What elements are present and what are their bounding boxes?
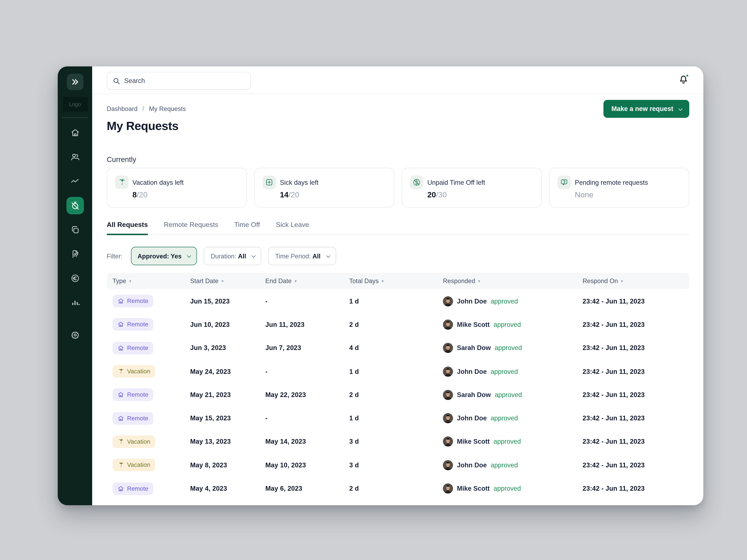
respond-on-cell: 23:42 - Jun 11, 2023 xyxy=(577,415,689,422)
responded-cell: John Doe approved xyxy=(437,366,577,376)
responder-name: Mike Scott xyxy=(457,485,490,492)
type-cell: Vacation xyxy=(107,435,184,448)
duration-filter-dropdown[interactable]: Duration: All xyxy=(204,247,262,265)
card-value: 14 xyxy=(280,190,289,199)
tab-sick-leave[interactable]: Sick Leave xyxy=(276,220,309,234)
end-date-cell: May 22, 2023 xyxy=(260,391,343,398)
type-cell: Vacation xyxy=(107,459,184,471)
end-date-cell: May 6, 2023 xyxy=(260,485,343,492)
time-period-filter-dropdown[interactable]: Time Period: All xyxy=(268,247,336,265)
type-badge: Remote xyxy=(112,342,153,354)
duration-filter-value: All xyxy=(238,252,246,260)
card-sick-days: Sick days left 14/20 xyxy=(254,168,394,208)
title-row: My Requests Make a new request xyxy=(107,119,689,133)
table-row[interactable]: Remote May 15, 2023 - 1 d John Doe appro… xyxy=(107,406,689,430)
avatar xyxy=(443,390,453,400)
sidebar-item-team[interactable] xyxy=(66,148,84,166)
total-days-cell: 2 d xyxy=(343,485,437,492)
chevron-down-icon xyxy=(187,254,191,258)
breadcrumb-my-requests[interactable]: My Requests xyxy=(149,105,186,112)
column-header-start-date[interactable]: Start Date▾ xyxy=(184,277,260,285)
content: Dashboard / My Requests My Requests Make… xyxy=(92,105,703,500)
sidebar-item-payroll[interactable] xyxy=(66,270,84,287)
approved-filter-dropdown[interactable]: Approved: Yes xyxy=(131,247,197,265)
tab-remote-requests[interactable]: Remote Requests xyxy=(164,220,218,234)
palm-tree-icon xyxy=(118,438,124,445)
time-period-filter-prefix: Time Period: xyxy=(275,252,311,260)
column-header-total-days[interactable]: Total Days▾ xyxy=(343,277,437,285)
card-pending-remote: Pending remote requests None xyxy=(549,168,689,208)
column-header-type[interactable]: Type▾ xyxy=(107,277,184,285)
table-row[interactable]: Remote Jun 15, 2023 - 1 d John Doe appro… xyxy=(107,290,689,313)
table-row[interactable]: Remote Jun 3, 2023 Jun 7, 2023 4 d Sarah… xyxy=(107,336,689,360)
sort-icon: ▾ xyxy=(129,278,131,284)
responder-name: John Doe xyxy=(457,297,487,305)
sidebar-item-time-off[interactable] xyxy=(66,197,84,214)
type-cell: Remote xyxy=(107,318,184,331)
logo: Logo xyxy=(62,97,87,111)
sidebar: Logo xyxy=(58,66,92,505)
column-header-end-date[interactable]: End Date▾ xyxy=(260,277,343,285)
sidebar-item-settings[interactable] xyxy=(66,326,84,344)
sidebar-collapse-button[interactable] xyxy=(67,74,83,90)
sidebar-item-documents[interactable] xyxy=(66,221,84,239)
notifications-button[interactable] xyxy=(678,74,690,86)
column-header-respond-on[interactable]: Respond On▾ xyxy=(577,277,689,285)
plus-square-icon xyxy=(262,176,276,189)
type-badge-label: Remote xyxy=(127,345,148,351)
table-row[interactable]: Vacation May 8, 2023 May 10, 2023 3 d Jo… xyxy=(107,453,689,477)
table-row[interactable]: Vacation May 13, 2023 May 14, 2023 3 d M… xyxy=(107,430,689,453)
sidebar-item-requests-doc[interactable] xyxy=(66,245,84,263)
search-input[interactable] xyxy=(124,77,245,84)
respond-on-cell: 23:42 - Jun 11, 2023 xyxy=(577,461,689,469)
palm-tree-icon xyxy=(115,176,129,189)
start-date-cell: May 8, 2023 xyxy=(184,461,260,469)
type-badge: Vacation xyxy=(112,459,155,471)
main-area: Dashboard / My Requests My Requests Make… xyxy=(92,66,703,505)
house-icon xyxy=(118,321,124,328)
make-new-request-label: Make a new request xyxy=(612,105,673,112)
responded-cell: Mike Scott approved xyxy=(437,436,577,447)
sort-icon: ▾ xyxy=(294,278,297,284)
table-body: Remote Jun 15, 2023 - 1 d John Doe appro… xyxy=(107,290,689,500)
logo-text: Logo xyxy=(69,101,81,107)
end-date-cell: May 14, 2023 xyxy=(260,438,343,445)
card-label: Vacation days left xyxy=(132,179,184,186)
duration-filter-prefix: Duration: xyxy=(211,252,236,260)
total-days-cell: 4 d xyxy=(343,344,437,351)
sidebar-item-activity[interactable] xyxy=(66,173,84,190)
sidebar-item-home[interactable] xyxy=(66,124,84,141)
sidebar-nav xyxy=(66,124,84,311)
responder-name: Sarah Dow xyxy=(457,391,491,398)
make-new-request-button[interactable]: Make a new request xyxy=(604,100,689,118)
table-row[interactable]: Remote Jun 10, 2023 Jun 11, 2023 2 d Mik… xyxy=(107,313,689,336)
start-date-cell: Jun 3, 2023 xyxy=(184,344,260,351)
card-label: Pending remote requests xyxy=(575,179,648,186)
responder-name: John Doe xyxy=(457,415,487,422)
card-label: Sick days left xyxy=(280,179,318,186)
end-date-cell: Jun 7, 2023 xyxy=(260,344,343,351)
card-value: None xyxy=(575,190,593,199)
palm-tree-icon xyxy=(118,462,124,469)
screen: Logo xyxy=(0,0,747,560)
chat-question-icon xyxy=(557,176,571,189)
tab-all-requests[interactable]: All Requests xyxy=(107,220,148,234)
table-row[interactable]: Remote May 4, 2023 May 6, 2023 2 d Mike … xyxy=(107,477,689,500)
responded-cell: John Doe approved xyxy=(437,296,577,306)
respond-on-cell: 23:42 - Jun 11, 2023 xyxy=(577,438,689,445)
table-row[interactable]: Remote May 21, 2023 May 22, 2023 2 d Sar… xyxy=(107,383,689,406)
respond-on-cell: 23:42 - Jun 11, 2023 xyxy=(577,391,689,398)
card-value-suffix: /20 xyxy=(137,190,148,199)
card-value: 8 xyxy=(132,190,137,199)
sidebar-item-reports[interactable] xyxy=(66,294,84,311)
money-off-icon xyxy=(410,176,423,189)
breadcrumb-dashboard[interactable]: Dashboard xyxy=(107,105,137,112)
table-row[interactable]: Vacation May 24, 2023 - 1 d John Doe app… xyxy=(107,360,689,383)
responded-cell: John Doe approved xyxy=(437,413,577,423)
copy-documents-icon xyxy=(70,225,80,235)
tab-time-off[interactable]: Time Off xyxy=(234,220,260,234)
responder-status: approved xyxy=(491,415,518,422)
column-header-responded[interactable]: Responded▾ xyxy=(437,277,577,285)
type-badge-label: Remote xyxy=(127,485,148,492)
house-icon xyxy=(118,415,124,422)
